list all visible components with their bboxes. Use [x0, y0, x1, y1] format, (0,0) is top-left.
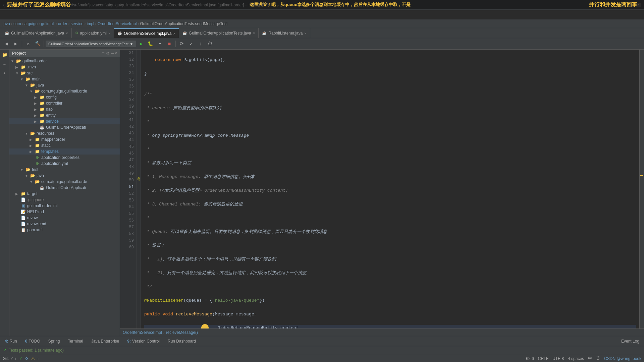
tree-item-config[interactable]: ▶ 📁 config [9, 94, 120, 100]
tree-item-app-prop[interactable]: ⚙ application.properties [9, 155, 120, 161]
tree-item-controller[interactable]: ▶ 📁 controller [9, 100, 120, 106]
tree-item-test-class[interactable]: ☕ GulimallOrderApplicati [9, 185, 120, 191]
tab-close-icon[interactable]: × [253, 31, 255, 35]
breadcrumb-atguigu[interactable]: atguigu [24, 21, 38, 26]
project-title: Project [12, 51, 26, 56]
xml-file-icon: 📋 [20, 228, 26, 232]
terminal-tab[interactable]: Terminal [66, 338, 85, 344]
refresh-btn[interactable]: ↺ [24, 40, 33, 48]
csdn-link[interactable]: CSDN @wang_book [604, 356, 641, 361]
git-commit-btn[interactable]: ✓ [187, 40, 196, 48]
tree-item-service[interactable]: ▶ 📁 service [9, 118, 120, 124]
collapse-icon[interactable]: ─ [111, 51, 114, 56]
folder-icon: 📂 [30, 83, 36, 87]
charset-status[interactable]: UTF-8 [552, 356, 564, 361]
code-content[interactable]: 31 32 33 34 35 36 37 38 39 40 41 42 43 4… [120, 50, 644, 328]
run-dashboard-tab[interactable]: Run Dashboard [166, 338, 198, 344]
project-icon[interactable]: 📁 [1, 51, 8, 59]
run-tab[interactable]: 4: Run [3, 338, 19, 344]
bookmark-icon[interactable]: ★ [1, 69, 8, 77]
tab-app-tests[interactable]: ☕ GulimallOrderApplicationTests.java × [179, 28, 259, 38]
run-config-dropdown[interactable]: GulimallOrderApplicationTests.sendMessag… [46, 41, 136, 47]
tab-rabbit-listener[interactable]: ☕ RabbitListener.java × [259, 28, 310, 38]
build-btn[interactable]: 🔨 [33, 40, 42, 48]
package-icon: 📂 [34, 89, 40, 94]
code-editor[interactable]: return new PageUtils(page); } /** * queu… [141, 50, 639, 328]
warning-icon: ⚠ [31, 356, 35, 361]
tab-close-icon[interactable]: × [66, 31, 68, 35]
event-log-btn[interactable]: Event Log [619, 338, 641, 344]
tree-item-dao[interactable]: ▶ 📁 dao [9, 106, 120, 112]
git-update-btn[interactable]: ⟳ [177, 40, 186, 48]
breadcrumb-test[interactable]: GulimallOrderApplicationTests.sendMessag… [140, 21, 228, 26]
bc-method[interactable]: recieveMessage() [166, 330, 198, 335]
tree-item-entity[interactable]: ▶ 📁 entity [9, 112, 120, 118]
breadcrumb-java[interactable]: java [3, 21, 10, 26]
breadcrumb-impl[interactable]: impl [87, 21, 94, 26]
tree-item-main-class[interactable]: ☕ GulimallOrderApplicati [9, 124, 120, 130]
tree-item-resources[interactable]: ▼ 📂 resources [9, 130, 120, 136]
version-control-tab[interactable]: 9: Version Control [125, 338, 162, 344]
expand-arrow: ▶ [34, 120, 39, 123]
tree-item-static[interactable]: ▶ 📁 static [9, 142, 120, 148]
tree-item-iml[interactable]: ▣ gulimall-order.iml [9, 203, 120, 209]
bc-class[interactable]: OrderItemServiceImpl [123, 330, 162, 335]
tree-item-src[interactable]: ▼ 📂 src [9, 70, 120, 76]
tree-item-package[interactable]: ▼ 📂 com.atguigu.gulimall.orde [9, 88, 120, 94]
breadcrumb-order[interactable]: order [58, 21, 67, 26]
tree-item-test-java[interactable]: ▼ 📂 java [9, 173, 120, 179]
close-panel-icon[interactable]: × [115, 51, 117, 56]
git-history-btn[interactable]: ⏱ [206, 40, 214, 48]
breadcrumb-service[interactable]: service [71, 21, 84, 26]
breadcrumb-com[interactable]: com [13, 21, 21, 26]
back-btn[interactable]: ◀ [2, 40, 11, 48]
item-label: .gitignore [27, 197, 44, 202]
tab-label: GulimallOrderApplicationTests.java [189, 31, 251, 36]
todo-tab[interactable]: 6 TODO [23, 338, 42, 344]
tab-close-icon[interactable]: × [173, 32, 175, 36]
tree-item-target[interactable]: ▶ 📁 target [9, 191, 120, 197]
indent-status[interactable]: 4 spaces [568, 356, 584, 361]
tree-item-gitignore[interactable]: 📄 .gitignore [9, 197, 120, 203]
stop-btn[interactable]: ■ [165, 40, 174, 48]
tree-item-templates[interactable]: ▶ 📁 templates [9, 148, 120, 155]
tab-label: GulimallOrderApplication.java [11, 31, 64, 36]
tab-order-item-service[interactable]: ☕ OrderItemServiceImpl.java × [114, 28, 179, 38]
tab-close-icon[interactable]: × [304, 31, 306, 35]
folder-icon: 📂 [25, 167, 31, 172]
tree-item-main[interactable]: ▼ 📂 main [9, 76, 120, 82]
tree-item-pom[interactable]: 📋 pom.xml [9, 227, 120, 233]
tree-item-mvn[interactable]: ▶ 📁 .mvn [9, 64, 120, 70]
tab-close-icon[interactable]: × [108, 31, 110, 35]
breadcrumb-gulimall[interactable]: gulimall [41, 21, 55, 26]
forward-btn[interactable]: ▶ [11, 40, 20, 48]
debug-btn[interactable]: 🐛 [146, 40, 155, 48]
prop-file-icon: ⚙ [34, 155, 40, 160]
position-status[interactable]: 62:6 [526, 356, 534, 361]
tree-item-app-yml[interactable]: ⚙ application.yml [9, 161, 120, 167]
tab-application-yml[interactable]: ⚙ application.yml × [72, 28, 114, 38]
tree-item-java-main[interactable]: ▼ 📂 java [9, 82, 120, 88]
item-label: .mvn [27, 65, 36, 69]
java-enterprise-tab[interactable]: Java Enterprise [89, 338, 121, 344]
crlf-status[interactable]: CRLF [538, 356, 548, 361]
structure-icon[interactable]: ≡ [1, 60, 8, 68]
run-btn[interactable]: ▶ [137, 40, 146, 48]
run-with-coverage[interactable]: ☂ [156, 40, 164, 48]
tree-item-mvnw-cmd[interactable]: 📄 mvnw.cmd [9, 221, 120, 227]
tree-item-test[interactable]: ▼ 📂 test [9, 167, 120, 173]
git-push-btn[interactable]: ↑ [196, 40, 205, 48]
spring-tab[interactable]: Spring [46, 338, 62, 344]
tree-item-mvnw[interactable]: 📄 mvnw [9, 215, 120, 221]
git-status[interactable]: Git: ✓ ↑ [3, 356, 16, 361]
tree-item-help[interactable]: 📝 HELP.md [9, 209, 120, 215]
sync-icon[interactable]: ⟳ [102, 51, 105, 56]
tree-item-gulimall-order[interactable]: ▼ 📂 gulimall-order [9, 58, 120, 64]
gear-icon[interactable]: ⚙ [106, 51, 110, 56]
tab-gulimall-app[interactable]: ☕ GulimallOrderApplication.java × [1, 28, 72, 38]
tree-item-test-package[interactable]: ▼ 📂 com.atguigu.gulimall.orde [9, 179, 120, 185]
tree-item-mapper[interactable]: ▶ 📁 mapper.order [9, 136, 120, 142]
item-label: HELP.md [27, 209, 44, 214]
package-icon: 📂 [34, 179, 40, 184]
breadcrumb-class[interactable]: OrderItemServiceImpl [98, 21, 137, 26]
